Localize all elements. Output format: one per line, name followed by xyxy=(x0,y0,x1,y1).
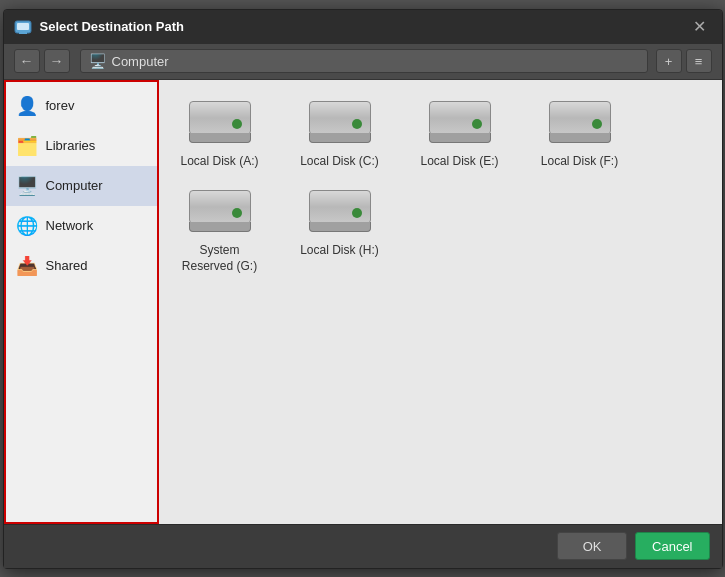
forward-button[interactable]: → xyxy=(44,49,70,73)
sidebar-item-label-libraries: Libraries xyxy=(46,138,96,153)
sidebar-item-label-network: Network xyxy=(46,218,94,233)
app-icon xyxy=(14,18,32,36)
file-label-h: Local Disk (H:) xyxy=(300,243,379,259)
shared-icon: 📥 xyxy=(16,255,38,277)
computer-breadcrumb-icon: 🖥️ xyxy=(89,53,106,69)
file-icon-wrap-f xyxy=(545,96,615,148)
network-icon: 🌐 xyxy=(16,215,38,237)
file-icon-wrap-e xyxy=(425,96,495,148)
forev-icon: 👤 xyxy=(16,95,38,117)
disk-icon-c xyxy=(309,101,371,143)
svg-rect-1 xyxy=(17,23,29,30)
svg-rect-2 xyxy=(19,32,27,34)
file-item-e[interactable]: Local Disk (E:) xyxy=(415,96,505,170)
toolbar-actions: + ≡ xyxy=(656,49,712,73)
sidebar-item-label-computer: Computer xyxy=(46,178,103,193)
file-row-0: Local Disk (A:)Local Disk (C:)Local Disk… xyxy=(175,96,706,170)
cancel-button[interactable]: Cancel xyxy=(635,532,709,560)
file-label-e: Local Disk (E:) xyxy=(420,154,498,170)
footer: OK Cancel xyxy=(4,524,722,568)
computer-icon: 🖥️ xyxy=(16,175,38,197)
new-folder-button[interactable]: + xyxy=(656,49,682,73)
title-bar: Select Destination Path ✕ xyxy=(4,10,722,44)
file-item-c[interactable]: Local Disk (C:) xyxy=(295,96,385,170)
file-icon-wrap-g xyxy=(185,185,255,237)
file-icon-wrap-c xyxy=(305,96,375,148)
breadcrumb-text: Computer xyxy=(112,54,169,69)
list-view-button[interactable]: ≡ xyxy=(686,49,712,73)
sidebar-item-computer[interactable]: 🖥️Computer xyxy=(6,166,157,206)
back-button[interactable]: ← xyxy=(14,49,40,73)
disk-icon-f xyxy=(549,101,611,143)
sidebar-item-shared[interactable]: 📥Shared xyxy=(6,246,157,286)
file-row-1: System Reserved (G:)Local Disk (H:) xyxy=(175,185,706,274)
close-button[interactable]: ✕ xyxy=(687,15,712,38)
sidebar: 👤forev🗂️Libraries🖥️Computer🌐Network📥Shar… xyxy=(4,80,159,524)
main-content: 👤forev🗂️Libraries🖥️Computer🌐Network📥Shar… xyxy=(4,80,722,524)
disk-icon-e xyxy=(429,101,491,143)
sidebar-item-libraries[interactable]: 🗂️Libraries xyxy=(6,126,157,166)
file-area: Local Disk (A:)Local Disk (C:)Local Disk… xyxy=(159,80,722,524)
sidebar-item-label-shared: Shared xyxy=(46,258,88,273)
disk-icon-a xyxy=(189,101,251,143)
sidebar-item-forev[interactable]: 👤forev xyxy=(6,86,157,126)
dialog: Select Destination Path ✕ ← → 🖥️ Compute… xyxy=(3,9,723,569)
file-label-a: Local Disk (A:) xyxy=(180,154,258,170)
file-item-f[interactable]: Local Disk (F:) xyxy=(535,96,625,170)
breadcrumb: 🖥️ Computer xyxy=(80,49,648,73)
file-label-g: System Reserved (G:) xyxy=(175,243,265,274)
dialog-title: Select Destination Path xyxy=(40,19,687,34)
file-item-a[interactable]: Local Disk (A:) xyxy=(175,96,265,170)
sidebar-item-network[interactable]: 🌐Network xyxy=(6,206,157,246)
file-item-g[interactable]: System Reserved (G:) xyxy=(175,185,265,274)
sidebar-item-label-forev: forev xyxy=(46,98,75,113)
ok-button[interactable]: OK xyxy=(557,532,627,560)
file-icon-wrap-h xyxy=(305,185,375,237)
file-label-f: Local Disk (F:) xyxy=(541,154,618,170)
toolbar: ← → 🖥️ Computer + ≡ xyxy=(4,44,722,80)
disk-icon-h xyxy=(309,190,371,232)
file-label-c: Local Disk (C:) xyxy=(300,154,379,170)
disk-icon-g xyxy=(189,190,251,232)
file-icon-wrap-a xyxy=(185,96,255,148)
file-item-h[interactable]: Local Disk (H:) xyxy=(295,185,385,274)
libraries-icon: 🗂️ xyxy=(16,135,38,157)
